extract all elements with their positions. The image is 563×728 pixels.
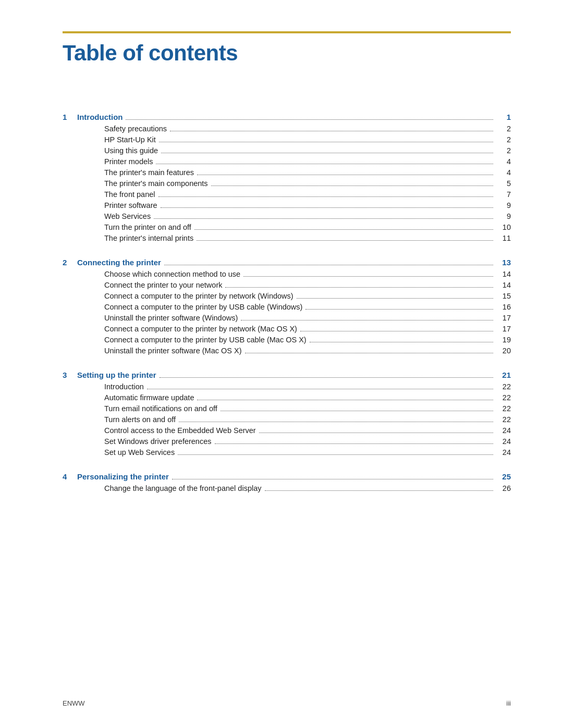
- entry-dots: [241, 320, 493, 320]
- entry-page: 17: [496, 314, 511, 322]
- entry-title: Turn email notifications on and off: [104, 404, 217, 413]
- entry-title: Automatic firmware update: [104, 393, 194, 402]
- entry-page: 17: [496, 325, 511, 333]
- toc-entry[interactable]: Using this guide2: [63, 146, 511, 155]
- entry-page: 22: [496, 382, 511, 391]
- entry-title: Uninstall the printer software (Windows): [104, 314, 238, 322]
- spacer: [63, 71, 511, 113]
- entry-title: Control access to the Embedded Web Serve…: [104, 426, 256, 435]
- toc-entry[interactable]: Turn email notifications on and off22: [63, 404, 511, 413]
- entry-title: Connect a computer to the printer by USB…: [104, 303, 302, 311]
- entry-title: Set up Web Services: [104, 448, 175, 456]
- entry-dots: [197, 175, 493, 175]
- entry-dots: [221, 411, 493, 411]
- entry-dots: [158, 196, 493, 197]
- chapter-title: Setting up the printer: [77, 371, 156, 379]
- entry-title: The printer's internal prints: [104, 234, 193, 242]
- entry-page: 19: [496, 336, 511, 344]
- toc-section: 3Setting up the printer21Introduction22A…: [63, 371, 511, 456]
- toc-entry[interactable]: The printer's main features4: [63, 168, 511, 177]
- toc-entry[interactable]: Control access to the Embedded Web Serve…: [63, 426, 511, 435]
- entry-dots: [215, 443, 494, 444]
- toc-chapter[interactable]: 2Connecting the printer13: [63, 258, 511, 267]
- entry-title: Connect a computer to the printer by USB…: [104, 336, 307, 344]
- entry-page: 14: [496, 281, 511, 289]
- entry-dots: [300, 331, 493, 331]
- toc-entry[interactable]: Connect a computer to the printer by net…: [63, 292, 511, 300]
- entry-page: 9: [496, 201, 511, 209]
- entry-title: Printer software: [104, 201, 157, 209]
- toc-container: 1Introduction1Safety precautions2HP Star…: [63, 113, 511, 492]
- entry-dots: [178, 454, 493, 455]
- entry-page: 4: [496, 157, 511, 166]
- entry-page: 20: [496, 347, 511, 355]
- toc-section: 1Introduction1Safety precautions2HP Star…: [63, 113, 511, 242]
- toc-entry[interactable]: Set Windows driver preferences24: [63, 437, 511, 446]
- toc-entry[interactable]: Printer software9: [63, 201, 511, 209]
- entry-dots: [265, 490, 494, 491]
- entry-page: 7: [496, 190, 511, 199]
- entry-dots: [147, 389, 493, 389]
- entry-page: 2: [496, 135, 511, 144]
- toc-entry[interactable]: Turn the printer on and off10: [63, 223, 511, 231]
- toc-section: 2Connecting the printer13Choose which co…: [63, 258, 511, 355]
- toc-entry[interactable]: Web Services9: [63, 212, 511, 220]
- chapter-dots: [172, 479, 493, 479]
- toc-entry[interactable]: Printer models4: [63, 157, 511, 166]
- toc-entry[interactable]: Set up Web Services24: [63, 448, 511, 456]
- entry-title: Connect a computer to the printer by net…: [104, 325, 297, 333]
- toc-entry[interactable]: Connect a computer to the printer by net…: [63, 325, 511, 333]
- toc-entry[interactable]: Automatic firmware update22: [63, 393, 511, 402]
- chapter-number: 4: [63, 472, 77, 481]
- toc-entry[interactable]: Safety precautions2: [63, 125, 511, 133]
- entry-page: 2: [496, 146, 511, 155]
- entry-dots: [297, 298, 493, 299]
- toc-entry[interactable]: Connect the printer to your network14: [63, 281, 511, 289]
- entry-dots: [179, 422, 493, 422]
- entry-title: Printer models: [104, 157, 153, 166]
- entry-page: 16: [496, 303, 511, 311]
- toc-entry[interactable]: Introduction22: [63, 382, 511, 391]
- entry-page: 10: [496, 223, 511, 231]
- entry-title: The printer's main features: [104, 168, 194, 177]
- toc-entry[interactable]: Choose which connection method to use14: [63, 270, 511, 278]
- chapter-page: 1: [496, 113, 511, 121]
- entry-title: Turn the printer on and off: [104, 223, 191, 231]
- toc-entry[interactable]: Uninstall the printer software (Mac OS X…: [63, 347, 511, 355]
- entry-page: 24: [496, 448, 511, 456]
- footer-left: ENWW: [63, 699, 85, 707]
- entry-dots: [161, 207, 493, 208]
- chapter-page: 25: [496, 472, 511, 481]
- chapter-dots: [126, 119, 493, 120]
- entry-dots: [225, 287, 493, 288]
- entry-dots: [197, 400, 493, 400]
- entry-dots: [259, 433, 493, 433]
- toc-chapter[interactable]: 3Setting up the printer21: [63, 371, 511, 379]
- entry-title: Choose which connection method to use: [104, 270, 240, 278]
- entry-dots: [170, 131, 493, 131]
- toc-entry[interactable]: HP Start-Up Kit2: [63, 135, 511, 144]
- entry-page: 24: [496, 437, 511, 446]
- entry-page: 15: [496, 292, 511, 300]
- toc-entry[interactable]: Change the language of the front-panel d…: [63, 484, 511, 492]
- entry-dots: [156, 164, 493, 164]
- chapter-title: Personalizing the printer: [77, 472, 169, 481]
- entry-dots: [310, 342, 493, 342]
- chapter-page: 13: [496, 258, 511, 267]
- toc-entry[interactable]: The printer's internal prints11: [63, 234, 511, 242]
- entry-dots: [161, 153, 493, 153]
- toc-entry[interactable]: Turn alerts on and off22: [63, 415, 511, 424]
- entry-title: Safety precautions: [104, 125, 167, 133]
- toc-chapter[interactable]: 4Personalizing the printer25: [63, 472, 511, 481]
- footer-right: iii: [506, 699, 511, 707]
- toc-entry[interactable]: Uninstall the printer software (Windows)…: [63, 314, 511, 322]
- entry-page: 9: [496, 212, 511, 220]
- toc-entry[interactable]: Connect a computer to the printer by USB…: [63, 336, 511, 344]
- toc-entry[interactable]: The printer's main components5: [63, 179, 511, 188]
- toc-entry[interactable]: The front panel7: [63, 190, 511, 199]
- chapter-page: 21: [496, 371, 511, 379]
- toc-entry[interactable]: Connect a computer to the printer by USB…: [63, 303, 511, 311]
- footer: ENWW iii: [63, 699, 511, 707]
- toc-chapter[interactable]: 1Introduction1: [63, 113, 511, 121]
- chapter-number: 3: [63, 371, 77, 379]
